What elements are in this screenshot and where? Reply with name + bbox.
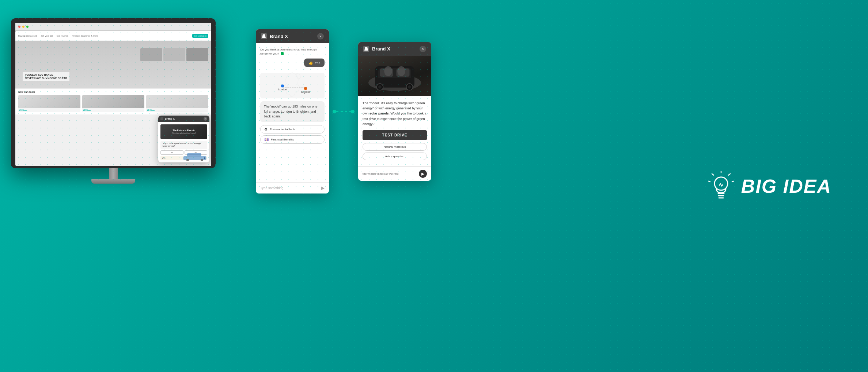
deals-title: new car deals [18,91,208,93]
panel1-body: Do you think a pure electric car has eno… [256,43,329,182]
panel2-close[interactable]: × [420,46,426,52]
nav-item-1: Buying new & used [18,35,37,37]
monitor-inner: Buying new & used Sell your car Our revi… [15,31,211,166]
panel1-question-preview: Do you think a pure electric car has eno… [260,48,325,56]
chat-panel-2: Brand X × [358,42,431,181]
big-idea-icon-container [708,171,734,202]
deal-img-2 [82,95,144,108]
hero-subtitle: NEVER HAVE SUVs GONE SO FAR [25,76,67,80]
panel1-input-area: Type something... ▶ [256,182,329,193]
connector-1-2 [333,110,355,113]
brighton-label: Brighton [301,91,310,93]
panel2-title: Brand X [372,46,390,52]
hero-car-3 [186,48,208,61]
svg-line-20 [708,181,710,182]
monitor-screen: Buying new & used Sell your car Our revi… [11,18,216,168]
monitor-chatbot-header: Brand X × [158,116,209,122]
nav-item-3: Our reviews [57,35,68,37]
panel1-header-left: Brand X [261,33,288,39]
monitor-car-image: The Future is Electric Click this ad abo… [160,124,207,139]
ask-question-btn[interactable]: Ask a question [363,153,427,160]
deal-card-3: £249/mo [146,95,208,112]
panel1-close[interactable]: × [317,33,324,40]
monitor-car-label: The Future is Electric [172,129,196,132]
luxury-car-svg [362,58,428,94]
panel2-car-image [358,56,431,96]
svg-line-17 [728,174,730,175]
scroll-arrow[interactable]: ▶ [419,170,427,178]
monitor-chatbot-popup[interactable]: Brand X × The Future is Electric Click t… [158,116,209,162]
panel2-brand-icon [363,46,369,52]
deal-img-1 [18,95,80,108]
monitor-stand [0,168,227,184]
panel2-chat-content: The 'model', it's easy to charge with "g… [358,96,431,167]
svg-point-15 [397,66,405,76]
panel1-yes-bubble: 👍 Yes [304,59,325,67]
london-pin: London [278,84,287,91]
monitor: Buying new & used Sell your car Our revi… [0,18,227,184]
deals-grid: £199/mo £219/mo £249/mo [18,95,208,112]
big-idea-text: BIG IDEA [741,175,831,197]
svg-point-21 [715,177,728,190]
big-idea-section: BIG IDEA [708,171,831,202]
panel2-description: The 'model', it's easy to charge with "g… [363,101,427,127]
monitor-dot-green [26,26,29,28]
lightbulb-svg [708,171,734,200]
website-nav: Buying new & used Sell your car Our revi… [15,31,211,41]
nav-item-4: Finance, insurance & more [72,35,98,37]
natural-materials-btn[interactable]: Natural materials [363,143,427,151]
panel2-car-bg [358,56,431,96]
website-hero: PEUGEOT SUV RANGE NEVER HAVE SUVs GONE S… [15,41,211,89]
panel2-header: Brand X × [358,42,431,56]
panel1-brand-icon-inner [262,34,266,38]
conn-dot-right-1 [351,110,355,113]
london-label: London [278,88,287,91]
deals-section: new car deals £199/mo £219/mo £249/mo [15,89,211,114]
panel1-title: Brand X [270,34,288,39]
monitor-chatbot-title: Brand X [165,117,175,120]
panel1-input-placeholder[interactable]: Type something... [260,186,286,190]
svg-point-12 [378,85,382,89]
monitor-chatbot-body: The Future is Electric Click this ad abo… [158,122,209,162]
monitor-yes-btn[interactable]: Yes [160,150,183,155]
scroll-text: the 'model' look like the rest [363,172,398,176]
brighton-dot [304,87,307,90]
monitor-neck [109,168,118,179]
hero-cars [140,48,208,61]
panel2-scroll-area: the 'model' look like the rest ▶ [358,166,431,181]
panels-container: Brand X × Do you think a pure electric c… [227,29,431,193]
thumbs-up-icon: 👍 [308,61,313,65]
deal-price-1: £199/mo [19,109,79,111]
deal-img-3 [146,95,208,108]
hero-car-1 [140,48,162,61]
panel2-header-left: Brand X [363,46,390,52]
nav-cta[interactable]: Get a valuation [192,34,208,38]
monitor-close[interactable]: × [204,117,207,121]
hero-title: PEUGEOT SUV RANGE [25,73,67,76]
hero-text: PEUGEOT SUV RANGE NEVER HAVE SUVs GONE S… [23,72,69,81]
panel1-header: Brand X × [256,29,329,43]
financial-benefits-btn[interactable]: 💷 Financial Benefits [260,135,325,144]
hero-bg: PEUGEOT SUV RANGE NEVER HAVE SUVs GONE S… [15,41,211,89]
panel1-range-message: The 'model' can go 193 miles on one full… [260,101,325,122]
test-drive-btn[interactable]: TEST DRIVE [363,130,427,140]
nav-item-2: Sell your car [41,35,53,37]
conn-dot-left-1 [333,110,336,113]
monitor-chat-message: Do you think a pure electric car has eno… [160,141,207,149]
deal-price-3: £249/mo [147,109,207,111]
brighton-pin: Brighton [301,87,310,93]
send-icon[interactable]: ▶ [321,185,325,191]
conn-line-1 [336,111,351,112]
environmental-facts-btn[interactable]: ♻ Environmental facts [260,125,325,134]
panel2-brand-icon-inner [364,47,368,51]
panel1-brand-icon [261,33,267,39]
monitor-brand-icon [160,117,163,120]
hero-car-2 [163,48,185,61]
solar-panels-bold: solar panels [369,112,389,115]
svg-point-14 [384,66,392,76]
chat-panel-1: Brand X × Do you think a pure electric c… [256,29,329,193]
monitor-top-bar [15,23,211,31]
deal-card-2: £219/mo [82,95,144,112]
monitor-dot-yellow [22,26,24,28]
panel1-map: London Brighton [260,73,325,98]
